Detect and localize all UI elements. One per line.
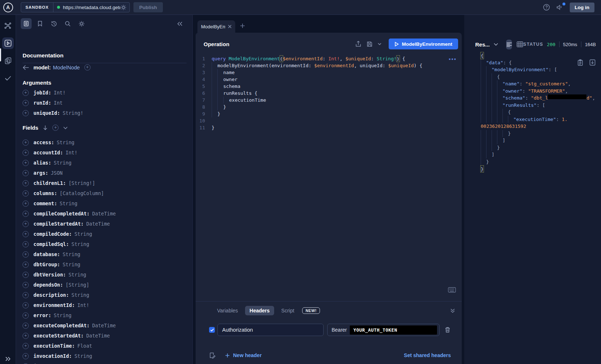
new-header-button[interactable]: New header — [225, 352, 262, 358]
field-name[interactable]: columns: — [33, 190, 57, 196]
more-options-button[interactable]: ••• — [449, 56, 457, 62]
field-name[interactable]: args: — [33, 170, 48, 176]
add-field-icon[interactable]: + — [23, 190, 29, 197]
field-name[interactable]: executionTime: — [33, 343, 75, 349]
table-view-toggle[interactable] — [517, 41, 523, 47]
field-type[interactable]: String — [57, 139, 75, 145]
endpoint-url[interactable]: https://metadata.cloud.getd — [63, 5, 120, 10]
add-field-icon[interactable]: + — [23, 282, 29, 288]
field-name[interactable]: error: — [33, 312, 51, 318]
field-type[interactable]: [String!] — [68, 180, 95, 186]
chevron-down-icon[interactable] — [63, 126, 68, 129]
field-name[interactable]: dependsOn: — [33, 282, 63, 288]
sidebar-item-schema-graph[interactable] — [2, 20, 14, 32]
new-tab-button[interactable] — [240, 23, 245, 28]
add-field-icon[interactable]: + — [23, 160, 29, 166]
field-type[interactable]: Int! — [65, 150, 77, 155]
add-field-icon[interactable]: + — [23, 180, 29, 186]
field-type[interactable]: String — [75, 231, 92, 237]
expand-rail-button[interactable] — [0, 356, 16, 362]
delete-header-trash-icon[interactable] — [445, 327, 450, 333]
add-field-icon[interactable]: + — [23, 241, 29, 247]
field-name[interactable]: compileCompletedAt: — [33, 211, 89, 217]
field-name[interactable]: compiledCode: — [33, 231, 72, 237]
run-operation-button[interactable]: ModelByEnvironment — [389, 39, 458, 49]
add-field-icon[interactable]: + — [23, 302, 29, 308]
field-name[interactable]: compiledSql: — [33, 241, 69, 247]
save-menu-chevron-icon[interactable] — [378, 43, 381, 45]
add-field-icon[interactable]: + — [23, 353, 29, 359]
field-name[interactable]: database: — [33, 251, 60, 257]
sidebar-item-checks[interactable] — [2, 72, 14, 84]
add-field-icon[interactable]: + — [23, 312, 29, 319]
history-icon[interactable] — [48, 18, 59, 29]
field-type[interactable]: String — [75, 353, 92, 359]
field-type[interactable]: JSON — [51, 170, 63, 176]
auth-token-value[interactable]: YOUR_AUTH_TOKEN — [350, 325, 437, 335]
search-icon[interactable] — [62, 18, 73, 29]
field-type[interactable]: Int! — [77, 302, 89, 308]
endpoint-url-field[interactable]: https://metadata.cloud.getd — [53, 4, 129, 11]
add-field-icon[interactable]: + — [23, 211, 29, 217]
sort-down-arrow-icon[interactable] — [43, 125, 48, 130]
add-field-icon[interactable]: + — [23, 292, 29, 298]
add-field-icon[interactable]: + — [84, 64, 91, 70]
field-name[interactable]: compileStartedAt: — [33, 221, 84, 227]
response-json-viewer[interactable]: {"data": {"modelByEnvironment": [{"name"… — [481, 52, 599, 173]
field-name[interactable]: childrenL1: — [33, 180, 66, 186]
field-name[interactable]: accountId: — [33, 150, 63, 155]
field-type[interactable]: String — [54, 312, 72, 318]
keyboard-shortcuts-icon[interactable] — [448, 287, 456, 293]
add-all-fields-icon[interactable]: + — [52, 125, 59, 131]
header-value-field[interactable]: Bearer YOUR_AUTH_TOKEN — [327, 324, 440, 336]
add-field-icon[interactable]: + — [23, 221, 29, 227]
tab-script[interactable]: Script — [277, 306, 299, 315]
add-field-icon[interactable]: + — [23, 262, 29, 268]
response-dropdown-chevron-icon[interactable] — [494, 43, 498, 46]
field-name[interactable]: dbtVersion: — [33, 272, 66, 278]
help-icon[interactable] — [543, 4, 550, 11]
share-icon[interactable] — [355, 41, 361, 47]
endpoint-settings-gear-icon[interactable] — [120, 4, 127, 11]
login-button[interactable]: Log in — [570, 3, 595, 12]
model-type-link[interactable]: ModelNode — [53, 65, 80, 70]
text-view-toggle[interactable] — [506, 40, 512, 49]
field-type[interactable]: String — [72, 241, 89, 247]
add-field-icon[interactable]: + — [23, 100, 29, 106]
field-name[interactable]: access: — [33, 139, 54, 145]
field-type[interactable]: String — [60, 201, 77, 206]
field-name[interactable]: uniqueId: — [33, 110, 60, 116]
field-name[interactable]: executeCompletedAt: — [33, 323, 89, 328]
collapse-docs-panel-button[interactable] — [177, 21, 183, 27]
close-tab-icon[interactable] — [228, 25, 232, 28]
add-field-icon[interactable]: + — [23, 343, 29, 349]
field-type[interactable]: String — [63, 251, 80, 257]
field-type[interactable]: [String] — [65, 282, 89, 288]
field-type[interactable]: String — [68, 272, 86, 278]
field-type[interactable]: Float — [77, 343, 92, 349]
field-name[interactable]: jobId: — [33, 90, 51, 96]
field-name[interactable]: environmentId: — [33, 302, 75, 308]
field-type[interactable]: Int — [54, 100, 63, 106]
add-field-icon[interactable]: + — [23, 231, 29, 237]
field-name[interactable]: comment: — [33, 201, 57, 206]
back-arrow-icon[interactable] — [23, 65, 29, 70]
add-field-icon[interactable]: + — [23, 323, 29, 329]
field-name[interactable]: alias: — [33, 160, 51, 166]
field-type[interactable]: DateTime — [92, 323, 116, 328]
collapse-drawer-button[interactable] — [450, 308, 455, 313]
field-type[interactable]: String — [63, 262, 80, 267]
field-type[interactable]: Int! — [54, 90, 66, 96]
add-field-icon[interactable]: + — [23, 272, 29, 278]
save-icon[interactable] — [366, 41, 373, 47]
bookmark-icon[interactable] — [35, 18, 45, 29]
field-type[interactable]: String! — [63, 110, 83, 116]
add-field-icon[interactable]: + — [23, 170, 29, 176]
field-name[interactable]: executeStartedAt: — [33, 333, 84, 339]
header-key-input[interactable] — [217, 324, 324, 336]
publish-button[interactable]: Publish — [133, 2, 163, 12]
sidebar-item-changelog[interactable] — [2, 55, 14, 66]
graphql-code-editor[interactable]: 1query ModelByEnvironment($environmentId… — [196, 55, 447, 131]
operation-tab[interactable]: ModelByEnvi... — [197, 20, 235, 33]
field-type[interactable]: [CatalogColumn] — [60, 190, 104, 196]
